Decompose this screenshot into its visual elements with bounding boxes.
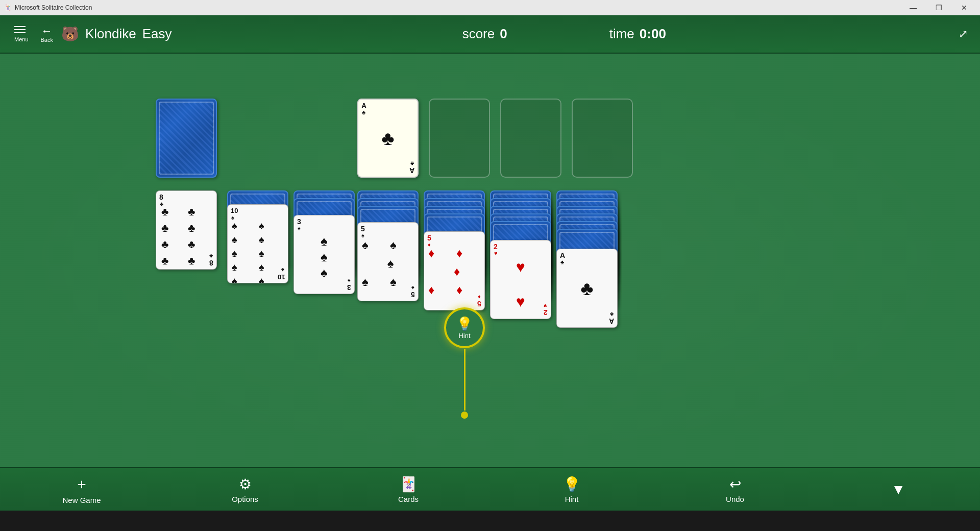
stock-pile[interactable] — [156, 99, 217, 178]
waste-suit-top: ♣ — [362, 110, 365, 115]
menu-icon-line2 — [14, 29, 26, 30]
menu-label: Menu — [14, 36, 29, 42]
card-pips-3: ♠♠♠ — [321, 233, 328, 281]
fullscreen-button[interactable]: ⤢ — [957, 26, 970, 43]
tableau-col4-card[interactable]: 5 ♠ ♠♠ ♠ ♠♠ 5 ♠ — [357, 222, 419, 301]
back-label: Back — [41, 37, 53, 43]
top-bar: Menu ← Back 🐻 Klondike Easy score 0 time… — [0, 15, 980, 54]
close-button[interactable]: ✕ — [952, 0, 976, 15]
card-pips-2h: ♥♥ — [516, 258, 525, 310]
more-button[interactable]: ▼ — [852, 477, 944, 502]
time-value: 0:00 — [640, 26, 666, 42]
new-game-icon: ＋ — [75, 474, 89, 494]
tableau-col6-card[interactable]: 2 ♥ ♥♥ 2 ♥ — [490, 240, 551, 319]
undo-icon: ↩ — [729, 476, 741, 493]
card-pips-5: ♠♠ ♠ ♠♠ — [362, 238, 414, 289]
waste-card-ace-clubs[interactable]: A ♣ ♣ A ♣ — [357, 99, 419, 178]
card-pips-10: ♠♠ ♠♠ ♠♠ ♠♠ ♠♠ — [232, 220, 284, 283]
tableau-col1-card[interactable]: 8 ♣ ♣♣ ♣♣ ♣♣ ♣♣ 8 ♣ — [156, 190, 217, 270]
game-title-area: 🐻 Klondike Easy — [61, 26, 172, 42]
title-bar-controls: — ❐ ✕ — [901, 0, 976, 15]
options-icon: ⚙ — [239, 476, 252, 493]
hint-icon: 💡 — [456, 316, 473, 332]
hint-line — [464, 349, 465, 411]
difficulty-label: Easy — [142, 26, 172, 42]
tableau-col5-card[interactable]: 5 ♦ ♦♦ ♦ ♦♦ 5 ♦ — [424, 231, 485, 310]
stock-back-pattern — [159, 102, 214, 175]
card-pips: ♣♣ ♣♣ ♣♣ ♣♣ — [161, 205, 211, 268]
time-label: time — [609, 26, 634, 42]
title-bar-left: 🃏 Microsoft Solitaire Collection — [4, 4, 92, 11]
waste-rank-bottom: A — [409, 167, 414, 174]
game-name: Klondike — [85, 26, 136, 42]
hint-button[interactable]: 💡 Hint — [444, 307, 485, 348]
score-label: score — [462, 26, 495, 42]
waste-center-suit: ♣ — [382, 129, 395, 148]
tableau-col2-card[interactable]: 10 ♠ ♠♠ ♠♠ ♠♠ ♠♠ ♠♠ 10 ♠ — [227, 204, 288, 283]
options-button[interactable]: ⚙ Options — [199, 472, 291, 508]
title-bar: 🃏 Microsoft Solitaire Collection — ❐ ✕ — [0, 0, 980, 15]
back-button[interactable]: ← Back — [41, 26, 53, 43]
menu-icon-line1 — [14, 26, 26, 27]
undo-button[interactable]: ↩ Undo — [689, 472, 781, 508]
minimize-button[interactable]: — — [901, 0, 925, 15]
hint-text: Hint — [458, 332, 470, 340]
more-icon: ▼ — [891, 481, 905, 498]
options-label: Options — [232, 495, 258, 503]
card-pips-5d: ♦♦ ♦ ♦♦ — [428, 246, 480, 297]
bottom-toolbar: ＋ New Game ⚙ Options 🃏 Cards 💡 Hint ↩ Un… — [0, 467, 980, 511]
title-bar-text: Microsoft Solitaire Collection — [15, 4, 92, 11]
tableau-col3-card[interactable]: 3 ♠ ♠♠♠ 3 ♠ — [293, 215, 355, 294]
cards-icon: 🃏 — [400, 476, 418, 493]
cards-button[interactable]: 🃏 Cards — [362, 472, 454, 508]
hint-popup: 💡 Hint — [444, 307, 485, 419]
game-table: A ♣ ♣ A ♣ 8 ♣ ♣♣ ♣♣ ♣♣ ♣♣ 8 ♣ — [0, 54, 980, 467]
foundation-slot-3[interactable] — [572, 99, 633, 178]
waste-rank-top: A — [361, 102, 366, 109]
tableau-col7-card[interactable]: A ♣ ♣ A ♣ — [556, 249, 618, 328]
app-icon: 🃏 — [4, 4, 12, 11]
new-game-button[interactable]: ＋ New Game — [36, 470, 128, 509]
menu-icon-line3 — [14, 32, 26, 33]
waste-suit-bottom: ♣ — [410, 161, 414, 166]
back-arrow-icon: ← — [41, 26, 53, 37]
cards-label: Cards — [398, 495, 419, 503]
hint-toolbar-label: Hint — [565, 495, 579, 503]
foundation-slot-2[interactable] — [500, 99, 561, 178]
card-center: ♣ — [581, 279, 594, 298]
maximize-button[interactable]: ❐ — [927, 0, 950, 15]
undo-label: Undo — [726, 495, 744, 503]
hint-toolbar-icon: 💡 — [563, 476, 581, 493]
game-container: Menu ← Back 🐻 Klondike Easy score 0 time… — [0, 15, 980, 511]
menu-button[interactable]: Menu — [10, 22, 33, 46]
bear-icon: 🐻 — [61, 26, 79, 42]
score-value: 0 — [500, 26, 507, 42]
new-game-label: New Game — [62, 496, 101, 504]
hint-toolbar-button[interactable]: 💡 Hint — [526, 472, 618, 508]
score-area: score 0 — [462, 26, 507, 42]
time-area: time 0:00 — [609, 26, 666, 42]
foundation-slot-1[interactable] — [429, 99, 490, 178]
hint-dot — [461, 412, 468, 419]
